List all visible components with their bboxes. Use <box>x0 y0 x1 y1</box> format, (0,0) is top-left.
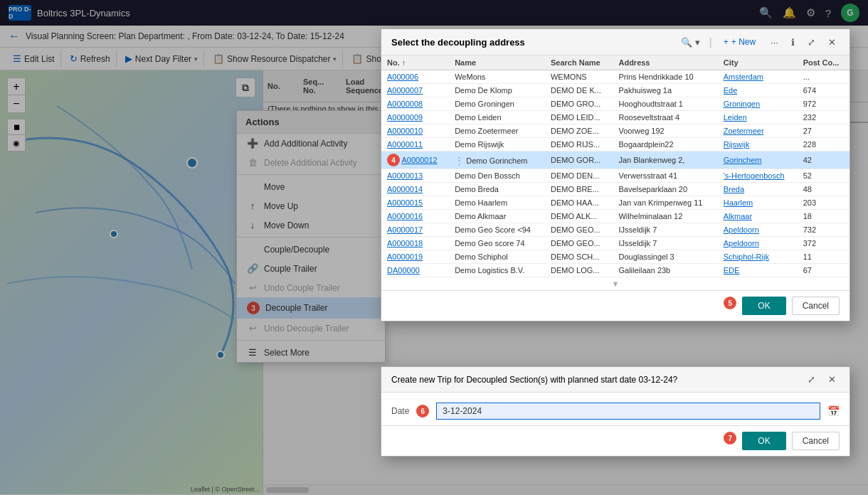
row-address: Rooseveltstraat 4 <box>613 111 717 124</box>
decouple-table-row[interactable]: A0000010 Demo Zoetermeer DEMO ZOE... Voo… <box>381 124 850 138</box>
more-options-button[interactable]: ··· <box>767 36 782 49</box>
row-city: Apeldoorn <box>718 237 798 250</box>
row-city: EDE <box>718 264 798 277</box>
new-button[interactable]: + + New <box>718 35 761 49</box>
row-dot-menu[interactable]: ⋮ <box>455 155 464 166</box>
address-no-link[interactable]: A0000014 <box>387 185 423 193</box>
row-no: 4 A0000012 <box>381 151 449 169</box>
search-toggle-button[interactable]: 🔍 ▾ <box>677 36 704 49</box>
city-link[interactable]: 's-Hertogenbosch <box>724 171 785 180</box>
col-no-header: No. ↑ <box>381 55 449 70</box>
row-post: 18 <box>798 210 850 223</box>
row-post: 972 <box>798 97 850 111</box>
address-no-link[interactable]: A000006 <box>387 73 418 81</box>
row-city: Gorinchem <box>718 151 798 169</box>
decouple-ok-button[interactable]: OK <box>742 297 785 315</box>
address-no-link[interactable]: A0000007 <box>387 86 423 95</box>
decouple-table-row[interactable]: A0000017 Demo Geo Score <94 DEMO GEO... … <box>381 223 850 237</box>
decouple-cancel-button[interactable]: Cancel <box>792 297 840 315</box>
row-name: Demo Geo Score <94 <box>449 223 545 237</box>
date-input[interactable] <box>436 403 820 420</box>
badge-7: 7 <box>724 432 736 445</box>
decouple-table-row[interactable]: A0000015 Demo Haarlem DEMO HAA... Jan va… <box>381 196 850 210</box>
city-link[interactable]: Haarlem <box>724 198 753 207</box>
city-link[interactable]: Breda <box>724 185 744 193</box>
decouple-table-row[interactable]: A0000009 Demo Leiden DEMO LEID... Roosev… <box>381 111 850 124</box>
new-label: + New <box>731 37 756 47</box>
close-button[interactable]: ✕ <box>825 36 840 49</box>
trip-header-actions: ⤢ ✕ <box>804 373 840 386</box>
row-address: IJsseldijk 7 <box>613 237 717 250</box>
address-no-link[interactable]: A0000019 <box>387 252 423 261</box>
row-search: DEMO RIJS... <box>545 138 613 151</box>
address-no-link[interactable]: A0000018 <box>387 239 423 247</box>
dialog-table-container: No. ↑ Name Search Name Address City Post… <box>381 55 850 290</box>
city-link[interactable]: Apeldoorn <box>724 225 759 234</box>
dialog-trip-header: Create new Trip for Decoupled Section(s)… <box>381 367 850 393</box>
decouple-table-row[interactable]: A0000018 Demo Geo score 74 DEMO GEO... I… <box>381 237 850 250</box>
new-plus-icon: + <box>724 37 729 47</box>
row-no: A0000016 <box>381 210 449 223</box>
address-no-link[interactable]: A0000012 <box>401 156 437 164</box>
address-no-link[interactable]: A0000009 <box>387 113 423 122</box>
decouple-table-row[interactable]: 4 A0000012 ⋮ Demo Gorinchem DEMO GOR... … <box>381 151 850 169</box>
calendar-icon[interactable]: 📅 <box>827 405 840 417</box>
trip-close-button[interactable]: ✕ <box>825 373 840 386</box>
trip-expand-button[interactable]: ⤢ <box>804 373 819 386</box>
row-no: A0000007 <box>381 84 449 97</box>
row-address: Wilhelminalaan 12 <box>613 210 717 223</box>
address-no-link[interactable]: A0000011 <box>387 140 423 149</box>
row-address: IJsseldijk 7 <box>613 223 717 237</box>
row-post: 52 <box>798 169 850 183</box>
row-post: 67 <box>798 264 850 277</box>
address-no-link[interactable]: A0000010 <box>387 127 423 135</box>
city-link[interactable]: Groningen <box>724 100 760 108</box>
row-address: Douglassingel 3 <box>613 250 717 264</box>
address-no-link[interactable]: A0000013 <box>387 171 423 180</box>
decouple-table-row[interactable]: A0000011 Demo Rijswijk DEMO RIJS... Boga… <box>381 138 850 151</box>
badge-4: 4 <box>387 154 400 166</box>
row-city: Ede <box>718 84 798 97</box>
row-city: Amsterdam <box>718 70 798 84</box>
city-link[interactable]: Alkmaar <box>724 212 752 220</box>
city-link[interactable]: Apeldoorn <box>724 239 759 247</box>
decouple-table-row[interactable]: A0000014 Demo Breda DEMO BRE... Bavelsep… <box>381 183 850 196</box>
city-link[interactable]: EDE <box>724 266 740 275</box>
city-link[interactable]: Zoetermeer <box>724 127 764 135</box>
trip-cancel-button[interactable]: Cancel <box>792 432 840 450</box>
row-name: Demo De Klomp <box>449 84 545 97</box>
row-no: A0000008 <box>381 97 449 111</box>
decouple-table-row[interactable]: A0000008 Demo Groningen DEMO GRO... Hoog… <box>381 97 850 111</box>
address-no-link[interactable]: A0000017 <box>387 225 423 234</box>
city-link[interactable]: Amsterdam <box>724 73 763 81</box>
dialog-decouple: Select the decoupling address 🔍 ▾ | + + … <box>381 28 850 321</box>
decouple-table-row[interactable]: DA00000 Demo Logistics B.V. DEMO LOG... … <box>381 264 850 277</box>
decouple-table-row[interactable]: A0000019 Demo Schiphol DEMO SCH... Dougl… <box>381 250 850 264</box>
city-link[interactable]: Schiphol-Rijk <box>724 252 769 261</box>
city-link[interactable]: Ede <box>724 86 738 95</box>
address-no-link[interactable]: A0000015 <box>387 198 423 207</box>
city-link[interactable]: Gorinchem <box>724 156 762 164</box>
decouple-table-row[interactable]: A0000007 Demo De Klomp DEMO DE K... Pakh… <box>381 84 850 97</box>
decouple-table-row[interactable]: A0000013 Demo Den Bossch DEMO DEN... Ver… <box>381 169 850 183</box>
row-no: A0000017 <box>381 223 449 237</box>
row-address: Jan Blankenweg 2, <box>613 151 717 169</box>
address-no-link[interactable]: A0000016 <box>387 212 423 220</box>
row-city: Apeldoorn <box>718 223 798 237</box>
row-post: 27 <box>798 124 850 138</box>
dialog-trip-title: Create new Trip for Decoupled Section(s)… <box>391 375 677 385</box>
row-search: DEMO BRE... <box>545 183 613 196</box>
decouple-table-row[interactable]: A0000016 Demo Alkmaar DEMO ALK... Wilhel… <box>381 210 850 223</box>
decouple-address-table: No. ↑ Name Search Name Address City Post… <box>381 55 850 277</box>
row-address: Voorweg 192 <box>613 124 717 138</box>
decouple-table-row[interactable]: A000006 WeMons WEMONS Prins Hendrikkade … <box>381 70 850 84</box>
city-link[interactable]: Rijswijk <box>724 140 750 149</box>
address-no-link[interactable]: A0000008 <box>387 100 423 108</box>
trip-ok-button[interactable]: OK <box>742 432 785 450</box>
info-button[interactable]: ℹ <box>788 36 798 49</box>
expand-button[interactable]: ⤢ <box>804 36 819 49</box>
row-post: 11 <box>798 250 850 264</box>
city-link[interactable]: Leiden <box>724 113 747 122</box>
row-search: DEMO ZOE... <box>545 124 613 138</box>
address-no-link[interactable]: DA00000 <box>387 266 420 275</box>
